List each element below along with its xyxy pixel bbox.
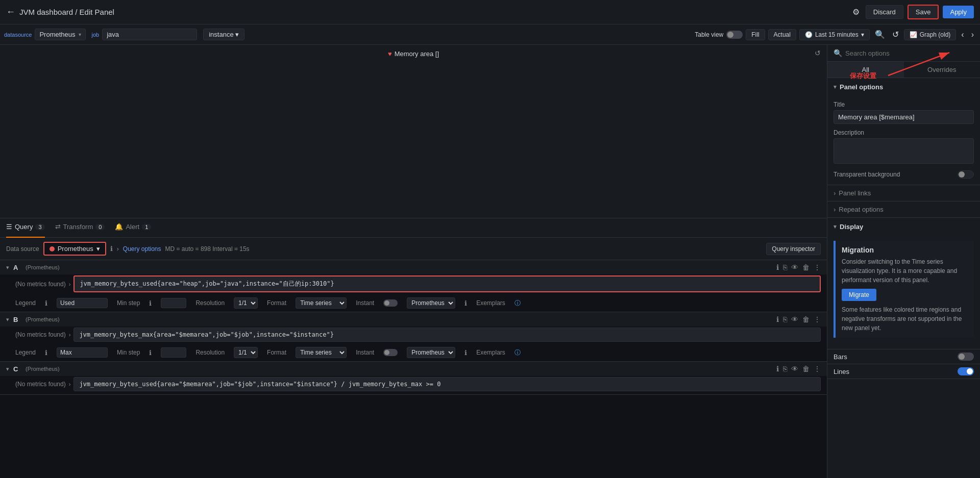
query-b-dots-icon[interactable]: ⋮ <box>814 315 821 323</box>
datasource-selector[interactable]: Prometheus ▾ <box>35 29 85 40</box>
query-info-icon[interactable]: ℹ <box>110 245 113 253</box>
repeat-options-row[interactable]: › Repeat options <box>827 202 980 217</box>
prom-select-b[interactable]: Prometheus <box>407 347 455 358</box>
display-label: Display <box>840 223 863 231</box>
legend-label-b: Legend <box>15 349 36 356</box>
query-a-info-icon[interactable]: ℹ <box>776 263 779 271</box>
time-range-button[interactable]: 🕐 Last 15 minutes ▾ <box>799 29 870 40</box>
exemplars-icon-a[interactable]: ⓘ <box>514 299 521 308</box>
query-b-trash-icon[interactable]: 🗑 <box>802 315 810 323</box>
query-c-trash-icon[interactable]: 🗑 <box>802 365 810 373</box>
query-a-trash-icon[interactable]: 🗑 <box>802 263 810 271</box>
query-b-expr[interactable]: jvm_memory_bytes_max{area="$memarea",job… <box>74 328 821 342</box>
display-section: ▾ Display Migration Consider switching t… <box>827 218 980 379</box>
lines-toggle[interactable] <box>958 367 974 375</box>
query-options-link[interactable]: Query options <box>123 245 161 253</box>
tab-transform[interactable]: ⇄ Transform 0 <box>55 218 105 238</box>
query-a-input-row: (No metrics found) › jvm_memory_bytes_us… <box>0 274 827 295</box>
repeat-options-label: Repeat options <box>839 206 883 213</box>
query-b-expand-icon[interactable]: ▾ <box>6 316 9 323</box>
title-input[interactable] <box>834 110 974 124</box>
query-datasource-selector[interactable]: Prometheus ▾ <box>43 242 106 256</box>
job-input[interactable] <box>102 29 197 40</box>
query-c-header: ▾ C (Prometheus) ℹ ⎘ 👁 🗑 ⋮ <box>0 362 827 376</box>
back-button[interactable]: ← <box>6 7 15 17</box>
min-step-info-a[interactable]: ℹ <box>149 299 152 307</box>
query-c-expr[interactable]: jvm_memory_bytes_used{area="$memarea",jo… <box>74 377 821 391</box>
discard-button[interactable]: Discard <box>866 5 903 19</box>
query-c-eye-icon[interactable]: 👁 <box>791 365 798 373</box>
panel-prev-button[interactable]: ‹ <box>959 28 966 41</box>
apply-button[interactable]: Apply <box>943 6 974 18</box>
panel-options-header[interactable]: ▾ Panel options <box>827 78 980 96</box>
prom-info-b[interactable]: ℹ <box>464 349 467 357</box>
panel-next-button[interactable]: › <box>969 28 976 41</box>
chart-refresh-icon[interactable]: ↺ <box>815 49 821 57</box>
graph-type-button[interactable]: 📈 Graph (old) <box>904 29 957 40</box>
fill-button[interactable]: Fill <box>746 29 765 40</box>
query-b-copy-icon[interactable]: ⎘ <box>783 315 787 323</box>
data-source-label: Data source <box>6 245 39 253</box>
instant-toggle-b[interactable] <box>383 349 398 356</box>
query-b-prom-label: (Prometheus) <box>26 316 60 322</box>
exemplars-icon-b[interactable]: ⓘ <box>514 348 521 357</box>
resolution-select-a[interactable]: 1/1 <box>234 297 258 309</box>
alert-tab-label: Alert <box>126 223 139 231</box>
query-c-copy-icon[interactable]: ⎘ <box>783 365 787 373</box>
query-c-info-icon[interactable]: ℹ <box>776 365 779 373</box>
display-header[interactable]: ▾ Display <box>827 218 980 236</box>
instant-toggle-a[interactable] <box>383 299 398 307</box>
bars-toggle[interactable] <box>958 353 974 361</box>
save-button[interactable]: Save <box>908 5 939 19</box>
query-a-copy-icon[interactable]: ⎘ <box>783 263 787 271</box>
legend-input-a[interactable] <box>57 298 108 308</box>
gear-button[interactable]: ⚙ <box>850 5 862 19</box>
format-select-b[interactable]: Time series <box>296 347 347 358</box>
transform-tab-badge: 0 <box>95 224 105 230</box>
query-a-expand-icon[interactable]: ▾ <box>6 264 9 271</box>
query-inspector-button[interactable]: Query inspector <box>766 243 821 255</box>
query-a-eye-icon[interactable]: 👁 <box>791 263 798 271</box>
table-view-toggle[interactable] <box>726 31 743 39</box>
query-a-input-expand-icon[interactable]: › <box>69 281 71 287</box>
instant-label-a: Instant <box>356 299 374 307</box>
table-view-label: Table view <box>695 31 723 38</box>
tab-query[interactable]: ☰ Query 3 <box>6 218 45 238</box>
query-b-eye-icon[interactable]: 👁 <box>791 315 798 323</box>
resolution-label-a: Resolution <box>195 299 225 307</box>
panel-links-row[interactable]: › Panel links <box>827 185 980 201</box>
min-step-info-b[interactable]: ℹ <box>149 349 152 357</box>
prom-info-a[interactable]: ℹ <box>464 299 467 307</box>
tab-alert[interactable]: 🔔 Alert 1 <box>115 218 151 238</box>
query-c-input-expand-icon[interactable]: › <box>69 381 71 387</box>
resolution-select-b[interactable]: 1/1 <box>234 347 258 358</box>
migrate-button[interactable]: Migrate <box>842 289 876 301</box>
refresh-toolbar-button[interactable]: ↺ <box>890 28 901 41</box>
query-a-expr[interactable]: jvm_memory_bytes_used{area="heap",job="j… <box>74 275 821 292</box>
lines-row: Lines <box>827 364 980 379</box>
legend-info-a[interactable]: ℹ <box>45 299 47 307</box>
legend-input-b[interactable] <box>57 347 108 358</box>
actual-button[interactable]: Actual <box>768 29 796 40</box>
graph-type-label: Graph (old) <box>920 31 951 38</box>
instance-button[interactable]: instance ▾ <box>203 29 244 40</box>
query-c-dots-icon[interactable]: ⋮ <box>814 365 821 373</box>
tab-all[interactable]: All <box>827 62 904 78</box>
format-select-a[interactable]: Time series <box>296 297 347 309</box>
transparent-toggle[interactable] <box>958 170 974 179</box>
search-input[interactable] <box>845 49 974 57</box>
query-b-input-expand-icon[interactable]: › <box>69 332 71 338</box>
min-step-input-a[interactable] <box>161 298 186 308</box>
query-a-dots-icon[interactable]: ⋮ <box>814 263 821 271</box>
min-step-input-b[interactable] <box>161 347 186 358</box>
query-row-c: ▾ C (Prometheus) ℹ ⎘ 👁 🗑 ⋮ (No metrics f… <box>0 362 827 395</box>
query-c-expand-icon[interactable]: ▾ <box>6 366 9 372</box>
tab-overrides[interactable]: Overrides <box>904 62 981 78</box>
search-row: 🔍 <box>827 45 980 62</box>
zoom-button[interactable]: 🔍 <box>873 28 887 41</box>
query-b-info-icon[interactable]: ℹ <box>776 315 779 323</box>
description-textarea[interactable] <box>834 138 974 164</box>
prom-select-a[interactable]: Prometheus <box>407 297 455 309</box>
legend-info-b[interactable]: ℹ <box>45 349 47 357</box>
repeat-options-chevron-icon: › <box>834 206 836 213</box>
